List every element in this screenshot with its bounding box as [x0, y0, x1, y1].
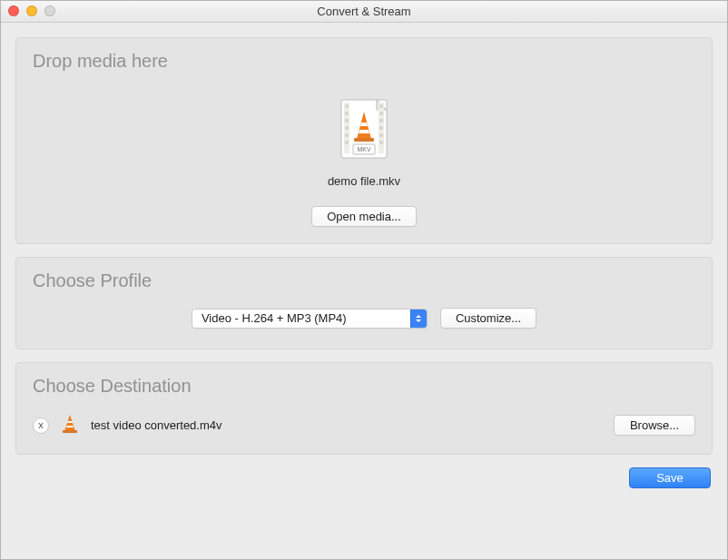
- profile-heading: Choose Profile: [33, 270, 695, 291]
- destination-heading: Choose Destination: [33, 376, 695, 397]
- svg-rect-3: [345, 104, 349, 108]
- profile-select[interactable]: Video - H.264 + MP3 (MP4): [192, 309, 428, 329]
- footer: Save: [15, 467, 713, 488]
- svg-rect-13: [379, 133, 383, 137]
- svg-rect-14: [379, 141, 383, 144]
- window-controls: [8, 5, 55, 16]
- minimize-window-button[interactable]: [26, 5, 37, 16]
- close-window-button[interactable]: [8, 5, 19, 16]
- profile-selected-value: Video - H.264 + MP3 (MP4): [202, 311, 347, 325]
- drop-media-panel: Drop media here: [15, 37, 713, 244]
- svg-rect-6: [345, 126, 349, 130]
- window-title: Convert & Stream: [317, 5, 410, 18]
- select-stepper-icon: [410, 309, 427, 328]
- svg-rect-4: [345, 112, 349, 115]
- file-badge-text: MKV: [357, 146, 371, 152]
- zoom-window-button: [44, 5, 55, 16]
- content: Drop media here: [1, 23, 727, 499]
- svg-rect-11: [379, 119, 383, 123]
- svg-rect-7: [345, 133, 349, 137]
- remove-destination-button[interactable]: x: [33, 418, 49, 434]
- browse-button[interactable]: Browse...: [614, 415, 695, 436]
- svg-rect-17: [63, 430, 77, 433]
- vlc-cone-icon: [60, 413, 80, 437]
- svg-rect-8: [345, 141, 349, 144]
- drop-area[interactable]: MKV demo file.mkv Open media...: [33, 83, 695, 227]
- save-button[interactable]: Save: [629, 467, 711, 488]
- choose-destination-panel: Choose Destination x test video converte…: [15, 362, 713, 455]
- svg-rect-5: [345, 119, 349, 123]
- svg-rect-12: [379, 126, 383, 130]
- dropped-file-name: demo file.mkv: [33, 174, 695, 188]
- media-file-icon: MKV: [340, 99, 388, 162]
- open-media-button[interactable]: Open media...: [311, 206, 417, 227]
- svg-rect-15: [354, 138, 374, 142]
- titlebar: Convert & Stream: [1, 1, 727, 23]
- drop-heading: Drop media here: [33, 51, 695, 72]
- svg-rect-10: [379, 112, 383, 115]
- choose-profile-panel: Choose Profile Video - H.264 + MP3 (MP4)…: [15, 257, 713, 349]
- svg-rect-9: [379, 104, 383, 108]
- destination-file-name: test video converted.m4v: [91, 418, 222, 432]
- customize-button[interactable]: Customize...: [440, 308, 536, 329]
